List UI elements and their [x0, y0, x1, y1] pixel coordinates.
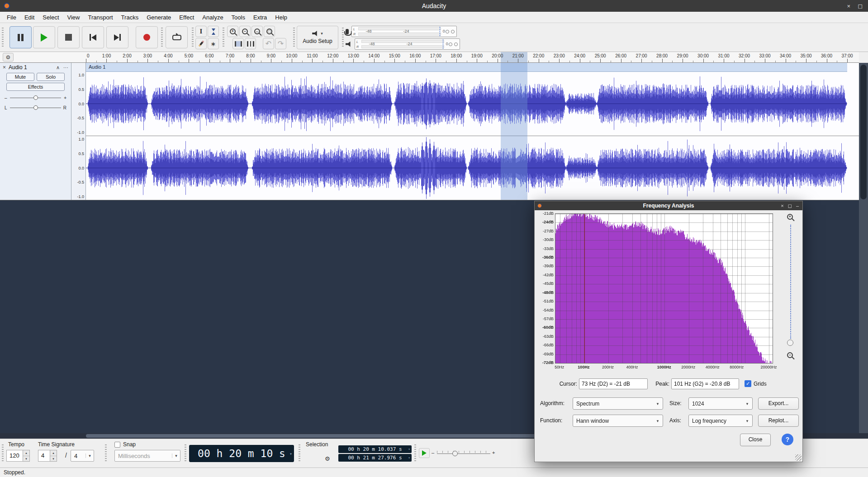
vertical-scrollbar-thumb[interactable]	[860, 65, 867, 199]
selection-settings-icon[interactable]: ⚙	[325, 455, 330, 462]
snap-checkbox[interactable]	[114, 442, 120, 448]
play-at-speed-button[interactable]	[419, 448, 430, 458]
axis-select[interactable]: Log frequency ▾	[688, 415, 753, 427]
fit-project-button[interactable]: □	[264, 26, 275, 37]
timeline[interactable]: ⚙ 01:002:003:004:005:006:007:008:009:001…	[0, 52, 859, 63]
draw-tool-button[interactable]	[195, 38, 207, 49]
track-collapse-icon[interactable]: ∧	[56, 65, 60, 71]
menu-item-generate[interactable]: Generate	[142, 13, 175, 22]
timeline-options-button[interactable]: ⚙	[3, 53, 14, 61]
toolbar-grip[interactable]	[2, 28, 4, 47]
meter-scale[interactable]: LR -48-240	[355, 38, 460, 50]
menu-item-extra[interactable]: Extra	[249, 13, 271, 22]
zoom-slider-thumb[interactable]	[787, 340, 793, 346]
speed-slider[interactable]	[437, 453, 490, 454]
selection-start-field[interactable]: 00 h 20 m 10.037 s ▾	[338, 445, 412, 453]
menu-item-select[interactable]: Select	[38, 13, 63, 22]
toolbar-grip[interactable]	[342, 28, 344, 47]
trim-audio-button[interactable]	[232, 38, 244, 49]
skip-to-end-button[interactable]	[106, 26, 128, 48]
close-button[interactable]: Close	[740, 434, 771, 446]
menu-item-tracks[interactable]: Tracks	[117, 13, 143, 22]
spin-up-icon[interactable]: ▴	[23, 450, 29, 456]
track-control-panel[interactable]: × Audio 1 ∧ ⋯ Mute Solo Effects – +	[0, 63, 71, 200]
track-menu-icon[interactable]: ⋯	[63, 65, 68, 71]
plot-zoom-out-button[interactable]: −	[787, 352, 793, 358]
spin-up-icon[interactable]: ▴	[50, 450, 57, 456]
menu-item-edit[interactable]: Edit	[20, 13, 38, 22]
silence-audio-button[interactable]	[245, 38, 256, 49]
vertical-scrollbar[interactable]	[859, 63, 868, 433]
spin-down-icon[interactable]: ▾	[50, 456, 57, 462]
envelope-tool-button[interactable]	[208, 26, 219, 37]
play-button[interactable]	[33, 26, 55, 48]
selection-tool-button[interactable]: I	[195, 26, 207, 37]
menu-item-view[interactable]: View	[63, 13, 84, 22]
waveform-area[interactable]: Audio 1	[86, 63, 859, 200]
playback-meter[interactable]: LR -48-240	[346, 38, 460, 50]
fit-selection-button[interactable]: ↔	[251, 26, 263, 37]
track-name[interactable]: Audio 1	[9, 64, 27, 71]
grids-checkbox[interactable]: ✓	[745, 380, 751, 387]
dialog-maximize-icon[interactable]: ◻	[788, 203, 792, 209]
menu-item-analyze[interactable]: Analyze	[198, 13, 227, 22]
pan-slider[interactable]: L R	[1, 103, 70, 112]
spectrum-canvas[interactable]	[555, 214, 773, 363]
multi-tool-button[interactable]: ∗	[208, 38, 219, 49]
stop-button[interactable]	[57, 26, 80, 48]
clip-title-bar[interactable]: Audio 1	[86, 63, 847, 72]
vertical-scale-ruler[interactable]: 1.00.50.0-0.5-1.01.00.50.0-0.5-1.0	[71, 63, 86, 200]
dialog-minimize-icon[interactable]: –	[796, 203, 799, 209]
time-signature-lower-select[interactable]: 4 ▾	[71, 450, 94, 462]
toolbar-grip[interactable]	[161, 28, 163, 47]
replot-button[interactable]: Replot...	[758, 415, 799, 427]
solo-button[interactable]: Solo	[37, 73, 65, 81]
effects-button[interactable]: Effects	[6, 83, 65, 91]
track-close-icon[interactable]: ×	[2, 64, 7, 71]
export-button[interactable]: Export...	[758, 397, 799, 410]
cursor-value-field[interactable]: 73 Hz (D2) = -21 dB	[579, 378, 648, 389]
peak-value-field[interactable]: 101 Hz (G2) = -20.8 dB	[671, 378, 739, 389]
zoom-slider[interactable]	[790, 225, 791, 339]
timeline-scale[interactable]: 01:002:003:004:005:006:007:008:009:0010:…	[86, 52, 859, 62]
window-titlebar[interactable]: Audacity × ◻	[0, 0, 868, 12]
help-button[interactable]: ?	[782, 434, 793, 445]
waveform-canvas-right[interactable]	[86, 136, 859, 200]
toolbar-grip[interactable]	[185, 444, 186, 463]
menu-item-tools[interactable]: Tools	[228, 13, 249, 22]
recording-meter[interactable]: LR -48-240	[346, 26, 457, 37]
skip-to-start-button[interactable]	[82, 26, 104, 48]
audio-position-display[interactable]: 00 h 20 m 10 s ▾	[189, 445, 294, 462]
toolbar-grip[interactable]	[299, 444, 300, 463]
zoom-in-button[interactable]: +	[227, 26, 238, 37]
algorithm-select[interactable]: Spectrum ▾	[573, 397, 663, 410]
dialog-close-icon[interactable]: ×	[781, 203, 783, 209]
meter-scale[interactable]: LR -48-240	[351, 26, 457, 37]
record-button[interactable]	[136, 26, 158, 48]
tempo-stepper[interactable]: 120 ▴▾	[6, 450, 30, 462]
toolbar-grip[interactable]	[105, 444, 107, 463]
toolbar-grip[interactable]	[293, 28, 295, 47]
menu-item-transport[interactable]: Transport	[84, 13, 117, 22]
tempo-value[interactable]: 120	[6, 450, 23, 462]
waveform-canvas-left[interactable]	[86, 72, 859, 136]
toolbar-grip[interactable]	[223, 28, 224, 47]
frequency-analysis-dialog[interactable]: Frequency Analysis × ◻ – + − Cursor: 73 …	[534, 201, 803, 462]
gain-slider-thumb[interactable]	[33, 95, 38, 100]
pause-button[interactable]	[9, 26, 32, 48]
spectrum-plot[interactable]	[555, 213, 773, 364]
pan-slider-thumb[interactable]	[33, 105, 38, 110]
dialog-titlebar[interactable]: Frequency Analysis × ◻ –	[535, 201, 802, 210]
zoom-out-button[interactable]: −	[239, 26, 251, 37]
snap-mode-select[interactable]: Milliseconds ▾	[114, 450, 180, 462]
size-select[interactable]: 1024 ▾	[688, 397, 753, 410]
toolbar-grip[interactable]	[2, 444, 4, 463]
menu-item-help[interactable]: Help	[271, 13, 291, 22]
time-signature-upper-value[interactable]: 4	[38, 450, 50, 462]
loop-button[interactable]	[166, 26, 188, 48]
speed-slider-thumb[interactable]	[452, 451, 458, 456]
window-close-icon[interactable]: ×	[847, 3, 851, 9]
window-maximize-icon[interactable]: ◻	[858, 3, 863, 9]
resize-grip[interactable]	[795, 454, 802, 461]
toolbar-grip[interactable]	[192, 28, 194, 47]
